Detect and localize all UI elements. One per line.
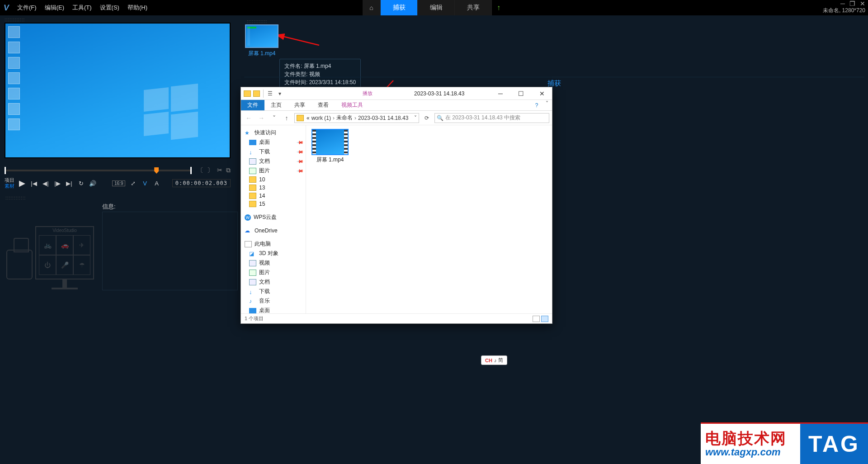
ribbon-tab-file[interactable]: 文件 xyxy=(241,100,264,110)
nav-folder-10[interactable]: 10 xyxy=(241,175,306,184)
nav-desktop[interactable]: 桌面📌 xyxy=(241,137,306,147)
scrubber[interactable] xyxy=(5,170,192,171)
preview-screen[interactable] xyxy=(5,23,231,158)
file-item-name: 屏幕 1.mp4 xyxy=(311,156,349,164)
ime-mode: 简 xyxy=(498,357,503,364)
resize-icon[interactable]: ⤢ xyxy=(129,179,137,187)
explorer-nav-pane[interactable]: ★快速访问 桌面📌 下载📌 文档📌 图片📌 10 13 14 15 WWPS云盘… xyxy=(241,125,306,313)
view-large-icons-icon[interactable] xyxy=(541,316,548,322)
go-start-button[interactable]: |◀ xyxy=(30,179,38,187)
nav-recent-icon[interactable]: ˅ xyxy=(269,114,279,122)
qat-dropdown-icon[interactable]: ▾ xyxy=(276,90,283,97)
volume-button[interactable]: 🔊 xyxy=(89,179,97,187)
nav-folder-15[interactable]: 15 xyxy=(241,200,306,208)
explorer-address-row: ← → ˅ ↑ « work (1)› 未命名› 2023-03-31 14.1… xyxy=(241,111,552,125)
panel-grip-2[interactable]: :::::::::::: xyxy=(3,194,28,201)
address-dropdown-icon[interactable]: ˅ xyxy=(414,115,417,121)
nav-3d-objects[interactable]: ◪3D 对象 xyxy=(241,249,306,258)
track-video-label: V xyxy=(141,179,149,187)
ribbon-tab-video-tools[interactable]: 视频工具 xyxy=(335,100,369,110)
explorer-minimize-icon[interactable]: ─ xyxy=(493,90,508,97)
crumb-date[interactable]: 2023-03-31 14.18.43 xyxy=(358,115,408,121)
split-icon[interactable]: ✂ xyxy=(217,166,222,175)
go-end-button[interactable]: ▶| xyxy=(65,179,73,187)
nav-folder-13[interactable]: 13 xyxy=(241,184,306,192)
refresh-icon[interactable]: ⟳ xyxy=(422,115,432,121)
nav-downloads[interactable]: 下载📌 xyxy=(241,147,306,156)
ime-sound-icon: ♪ xyxy=(494,358,497,363)
loop-button[interactable]: ↻ xyxy=(77,179,85,187)
mark-out-handle[interactable] xyxy=(190,167,192,174)
nav-folder-14[interactable]: 14 xyxy=(241,192,306,200)
mark-in-icon[interactable]: 〔 xyxy=(197,166,203,175)
menu-help[interactable]: 帮助(H) xyxy=(127,4,147,12)
crumb-untitled[interactable]: 未命名 xyxy=(336,114,353,122)
playback-mode[interactable]: 项目 素材 xyxy=(5,177,14,189)
mark-in-handle[interactable] xyxy=(5,167,6,174)
nav-pictures-2[interactable]: 图片 xyxy=(241,268,306,277)
crumb-overflow[interactable]: « xyxy=(307,115,310,121)
aspect-ratio[interactable]: 16:9 xyxy=(112,180,125,186)
snapshot-icon[interactable]: ⧉ xyxy=(226,166,231,175)
prev-frame-button[interactable]: ◀| xyxy=(42,179,50,187)
play-button[interactable]: ▶ xyxy=(18,179,26,187)
watermark-title: 电脑技术网 xyxy=(705,430,800,446)
explorer-search-input[interactable]: 🔍 在 2023-03-31 14.18.43 中搜索 xyxy=(434,113,549,123)
nav-wps-cloud[interactable]: WWPS云盘 xyxy=(241,213,306,222)
nav-pictures[interactable]: 图片📌 xyxy=(241,166,306,175)
tab-share[interactable]: 共享 xyxy=(455,0,492,15)
nav-back-icon[interactable]: ← xyxy=(244,114,254,122)
tab-edit[interactable]: 编辑 xyxy=(418,0,455,15)
qat-properties-icon[interactable]: ☰ xyxy=(267,90,274,97)
library-thumb[interactable]: 屏幕 1.mp4 xyxy=(244,24,279,57)
view-details-icon[interactable] xyxy=(533,316,540,322)
watermark: 电脑技术网 www.tagxp.com TAG xyxy=(701,422,868,464)
menu-settings[interactable]: 设置(S) xyxy=(100,4,119,12)
nav-music[interactable]: ♪音乐 xyxy=(241,296,306,306)
playhead[interactable] xyxy=(154,167,159,174)
close-icon[interactable]: ✕ xyxy=(860,0,865,7)
explorer-maximize-icon[interactable]: ☐ xyxy=(514,90,528,97)
nav-documents[interactable]: 文档📌 xyxy=(241,156,306,166)
ribbon-expand-icon[interactable]: ˅ xyxy=(543,100,550,107)
ime-lang: CH xyxy=(485,358,492,363)
nav-downloads-2[interactable]: 下载 xyxy=(241,287,306,296)
panel-grip[interactable]: :::::::::::: xyxy=(2,16,28,23)
tab-home[interactable]: ⌂ xyxy=(363,0,381,15)
library-grip[interactable]: :::::::::::: xyxy=(244,18,270,25)
explorer-titlebar[interactable]: ☰ ▾ 播放 2023-03-31 14.18.43 ─ ☐ ✕ xyxy=(241,87,552,100)
tab-capture[interactable]: 捕获 xyxy=(381,0,418,15)
address-bar[interactable]: « work (1)› 未命名› 2023-03-31 14.18.43 ˅ xyxy=(294,113,419,123)
nav-quick-access[interactable]: ★快速访问 xyxy=(241,128,306,137)
next-frame-button[interactable]: |▶ xyxy=(53,179,61,187)
library-thumb-name: 屏幕 1.mp4 xyxy=(248,50,276,57)
nav-videos[interactable]: 视频 xyxy=(241,258,306,268)
menu-tools[interactable]: 工具(T) xyxy=(72,4,92,12)
ribbon-tab-home[interactable]: 主页 xyxy=(264,100,288,110)
minimize-icon[interactable]: ─ xyxy=(840,0,845,7)
ribbon-help-icon[interactable]: ? xyxy=(531,100,542,110)
menu-edit[interactable]: 编辑(E) xyxy=(45,4,64,12)
scrubber-row: 〔 〕 ✂ ⧉ xyxy=(5,166,231,175)
upload-icon[interactable]: ↑ xyxy=(492,0,505,15)
nav-forward-icon[interactable]: → xyxy=(256,114,266,122)
timecode-display[interactable]: 0:00:00:02.003 xyxy=(172,179,231,187)
ime-indicator[interactable]: CH ♪ 简 xyxy=(481,355,507,365)
ribbon-tab-share[interactable]: 共享 xyxy=(288,100,311,110)
mark-out-icon[interactable]: 〕 xyxy=(207,166,213,175)
nav-desktop-2[interactable]: 桌面 xyxy=(241,306,306,313)
file-item[interactable]: 屏幕 1.mp4 xyxy=(311,130,349,164)
nav-documents-2[interactable]: 文档 xyxy=(241,277,306,287)
player-controls: 项目 素材 ▶ |◀ ◀| |▶ ▶| ↻ 🔊 16:9 ⤢ V A 0:00:… xyxy=(5,177,231,189)
window-controls: ─ ❐ ✕ xyxy=(840,0,865,7)
restore-icon[interactable]: ❐ xyxy=(849,0,855,7)
nav-this-pc[interactable]: 此电脑 xyxy=(241,239,306,249)
crumb-work[interactable]: work (1) xyxy=(311,115,331,121)
nav-up-icon[interactable]: ↑ xyxy=(282,114,292,122)
explorer-content[interactable]: 屏幕 1.mp4 xyxy=(306,125,552,313)
qat-folder-icon[interactable] xyxy=(253,90,260,97)
nav-onedrive[interactable]: ☁OneDrive xyxy=(241,227,306,235)
menu-file[interactable]: 文件(F) xyxy=(17,4,37,12)
ribbon-tab-view[interactable]: 查看 xyxy=(311,100,335,110)
explorer-close-icon[interactable]: ✕ xyxy=(535,90,549,97)
